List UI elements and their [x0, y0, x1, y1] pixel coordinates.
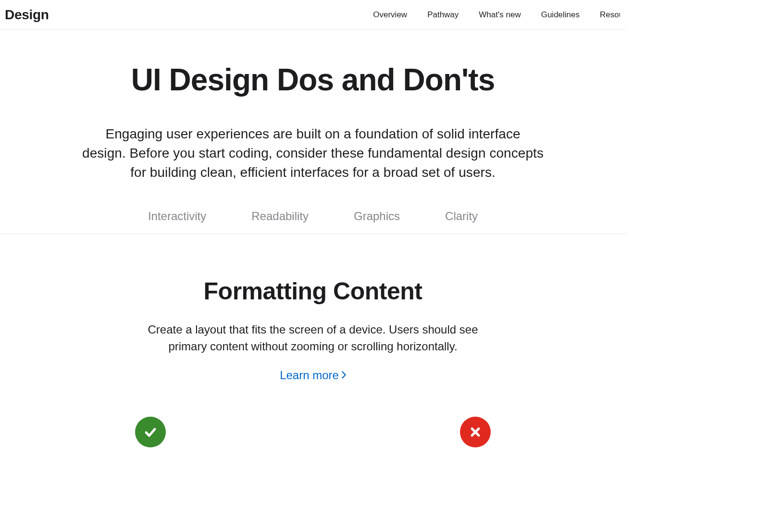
- section-title: Formatting Content: [19, 277, 607, 305]
- hero: UI Design Dos and Don'ts Engaging user e…: [0, 30, 626, 182]
- learn-more-label: Learn more: [280, 369, 339, 382]
- nav-item-whats-new[interactable]: What's new: [479, 10, 521, 20]
- close-icon: [468, 424, 483, 440]
- tab-readability[interactable]: Readability: [251, 210, 309, 223]
- nav-links: Overview Pathway What's new Guidelines R…: [373, 10, 621, 20]
- dos-donts-row: [125, 417, 500, 447]
- tab-interactivity[interactable]: Interactivity: [148, 210, 206, 223]
- tabs-bar: Interactivity Readability Graphics Clari…: [0, 210, 626, 234]
- chevron-right-icon: [342, 371, 346, 380]
- brand-title[interactable]: Design: [5, 7, 49, 23]
- tab-clarity[interactable]: Clarity: [445, 210, 478, 223]
- section-formatting-content: Formatting Content Create a layout that …: [0, 234, 626, 447]
- tabs: Interactivity Readability Graphics Clari…: [0, 210, 626, 234]
- top-nav: Design Overview Pathway What's new Guide…: [0, 0, 626, 30]
- learn-more-link[interactable]: Learn more: [280, 369, 346, 382]
- page-title: UI Design Dos and Don'ts: [19, 63, 607, 97]
- nav-item-overview[interactable]: Overview: [373, 10, 407, 20]
- nav-item-pathway[interactable]: Pathway: [427, 10, 459, 20]
- dont-badge: [460, 417, 491, 447]
- section-body: Create a layout that fits the screen of …: [145, 322, 481, 355]
- nav-item-guidelines[interactable]: Guidelines: [541, 10, 580, 20]
- do-badge: [135, 417, 166, 447]
- page-lead: Engaging user experiences are built on a…: [82, 124, 544, 182]
- nav-item-resources[interactable]: Resources: [600, 10, 620, 20]
- check-icon: [142, 423, 159, 441]
- tab-graphics[interactable]: Graphics: [354, 210, 400, 223]
